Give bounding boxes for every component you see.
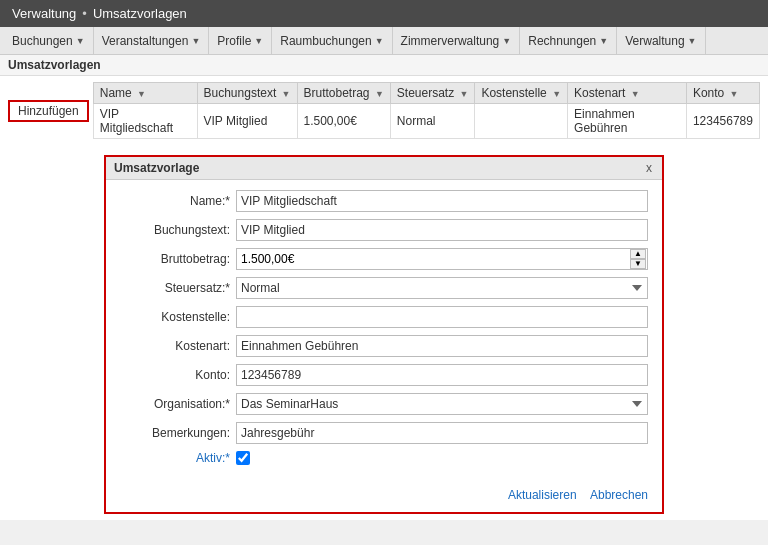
nav-veranstaltungen-label: Veranstaltungen bbox=[102, 34, 189, 48]
form-row-buchungstext: Buchungstext: bbox=[120, 219, 648, 241]
col-buchungstext: Buchungstext ▼ bbox=[197, 83, 297, 104]
modal-title-bar: Umsatzvorlage x bbox=[106, 157, 662, 180]
header-separator: • bbox=[82, 6, 87, 21]
label-buchungstext: Buchungstext: bbox=[120, 223, 230, 237]
sort-icon-buchungstext: ▼ bbox=[282, 89, 291, 99]
cell-buchungstext: VIP Mitglied bbox=[197, 104, 297, 139]
label-bemerkungen: Bemerkungen: bbox=[120, 426, 230, 440]
top-header: Verwaltung • Umsatzvorlagen bbox=[0, 0, 768, 27]
label-kostenart: Kostenart: bbox=[120, 339, 230, 353]
toolbar-strip: Umsatzvorlagen bbox=[0, 55, 768, 76]
modal-title: Umsatzvorlage bbox=[114, 161, 199, 175]
input-kostenstelle[interactable] bbox=[236, 306, 648, 328]
nav-verwaltung-label: Verwaltung bbox=[625, 34, 684, 48]
nav-zimmerverwaltung[interactable]: Zimmerverwaltung ▼ bbox=[393, 27, 521, 54]
nav-zimmerverwaltung-label: Zimmerverwaltung bbox=[401, 34, 500, 48]
section-label: Umsatzvorlagen bbox=[8, 58, 101, 72]
modal-body: Name:* Buchungstext: Bruttobetrag: ▲ bbox=[106, 180, 662, 482]
modal-footer: Aktualisieren Abbrechen bbox=[106, 482, 662, 512]
form-row-aktiv: Aktiv:* bbox=[120, 451, 648, 465]
col-konto: Konto ▼ bbox=[686, 83, 759, 104]
label-bruttobetrag: Bruttobetrag: bbox=[120, 252, 230, 266]
label-kostenstelle: Kostenstelle: bbox=[120, 310, 230, 324]
col-steuersatz: Steuersatz ▼ bbox=[390, 83, 475, 104]
cell-kostenart: Einnahmen Gebühren bbox=[568, 104, 687, 139]
modal-box: Umsatzvorlage x Name:* Buchungstext: Bru… bbox=[104, 155, 664, 514]
nav-raumbuchungen-label: Raumbuchungen bbox=[280, 34, 371, 48]
update-link[interactable]: Aktualisieren bbox=[508, 488, 577, 502]
nav-profile-label: Profile bbox=[217, 34, 251, 48]
cancel-link[interactable]: Abbrechen bbox=[590, 488, 648, 502]
select-steuersatz[interactable]: Normal Reduziert Keine bbox=[236, 277, 648, 299]
cell-konto: 123456789 bbox=[686, 104, 759, 139]
input-konto[interactable] bbox=[236, 364, 648, 386]
col-kostenart: Kostenart ▼ bbox=[568, 83, 687, 104]
spinner-bruttobetrag: ▲ ▼ bbox=[236, 248, 648, 270]
nav-veranstaltungen-caret: ▼ bbox=[191, 36, 200, 46]
sort-icon-steuersatz: ▼ bbox=[460, 89, 469, 99]
label-name: Name:* bbox=[120, 194, 230, 208]
nav-veranstaltungen[interactable]: Veranstaltungen ▼ bbox=[94, 27, 210, 54]
cell-steuersatz: Normal bbox=[390, 104, 475, 139]
col-name: Name ▼ bbox=[93, 83, 197, 104]
nav-bar: Buchungen ▼ Veranstaltungen ▼ Profile ▼ … bbox=[0, 27, 768, 55]
form-row-kostenstelle: Kostenstelle: bbox=[120, 306, 648, 328]
input-kostenart[interactable] bbox=[236, 335, 648, 357]
form-row-konto: Konto: bbox=[120, 364, 648, 386]
add-button[interactable]: Hinzufügen bbox=[8, 100, 89, 122]
sort-icon-bruttobetrag: ▼ bbox=[375, 89, 384, 99]
label-organisation: Organisation:* bbox=[120, 397, 230, 411]
nav-rechnungen-caret: ▼ bbox=[599, 36, 608, 46]
select-organisation[interactable]: Das SeminarHaus bbox=[236, 393, 648, 415]
modal-close-button[interactable]: x bbox=[644, 161, 654, 175]
header-title: Verwaltung bbox=[12, 6, 76, 21]
sort-icon-konto: ▼ bbox=[730, 89, 739, 99]
nav-rechnungen[interactable]: Rechnungen ▼ bbox=[520, 27, 617, 54]
checkbox-aktiv[interactable] bbox=[236, 451, 250, 465]
sort-icon-kostenart: ▼ bbox=[631, 89, 640, 99]
input-name[interactable] bbox=[236, 190, 648, 212]
form-row-bruttobetrag: Bruttobetrag: ▲ ▼ bbox=[120, 248, 648, 270]
label-konto: Konto: bbox=[120, 368, 230, 382]
main-table: Name ▼ Buchungstext ▼ Bruttobetrag ▼ Ste… bbox=[93, 82, 760, 139]
spinner-up[interactable]: ▲ bbox=[630, 249, 646, 259]
nav-zimmerverwaltung-caret: ▼ bbox=[502, 36, 511, 46]
label-aktiv: Aktiv:* bbox=[120, 451, 230, 465]
input-buchungstext[interactable] bbox=[236, 219, 648, 241]
modal-overlay: Umsatzvorlage x Name:* Buchungstext: Bru… bbox=[8, 155, 760, 514]
nav-profile-caret: ▼ bbox=[254, 36, 263, 46]
sort-icon-name: ▼ bbox=[137, 89, 146, 99]
header-subtitle: Umsatzvorlagen bbox=[93, 6, 187, 21]
sort-icon-kostenstelle: ▼ bbox=[552, 89, 561, 99]
form-row-kostenart: Kostenart: bbox=[120, 335, 648, 357]
nav-verwaltung[interactable]: Verwaltung ▼ bbox=[617, 27, 705, 54]
table-row[interactable]: VIP Mitgliedschaft VIP Mitglied 1.500,00… bbox=[93, 104, 759, 139]
nav-raumbuchungen-caret: ▼ bbox=[375, 36, 384, 46]
form-row-bemerkungen: Bemerkungen: bbox=[120, 422, 648, 444]
nav-buchungen[interactable]: Buchungen ▼ bbox=[4, 27, 94, 54]
cell-name: VIP Mitgliedschaft bbox=[93, 104, 197, 139]
input-bemerkungen[interactable] bbox=[236, 422, 648, 444]
nav-profile[interactable]: Profile ▼ bbox=[209, 27, 272, 54]
nav-buchungen-caret: ▼ bbox=[76, 36, 85, 46]
col-kostenstelle: Kostenstelle ▼ bbox=[475, 83, 568, 104]
label-steuersatz: Steuersatz:* bbox=[120, 281, 230, 295]
form-row-name: Name:* bbox=[120, 190, 648, 212]
input-bruttobetrag[interactable] bbox=[236, 248, 648, 270]
nav-buchungen-label: Buchungen bbox=[12, 34, 73, 48]
nav-verwaltung-caret: ▼ bbox=[688, 36, 697, 46]
form-row-organisation: Organisation:* Das SeminarHaus bbox=[120, 393, 648, 415]
content-area: Hinzufügen Name ▼ Buchungstext ▼ Bruttob… bbox=[0, 76, 768, 520]
spinner-down[interactable]: ▼ bbox=[630, 259, 646, 269]
cell-kostenstelle bbox=[475, 104, 568, 139]
col-bruttobetrag: Bruttobetrag ▼ bbox=[297, 83, 390, 104]
table-header-row: Hinzufügen Name ▼ Buchungstext ▼ Bruttob… bbox=[8, 82, 760, 139]
nav-raumbuchungen[interactable]: Raumbuchungen ▼ bbox=[272, 27, 392, 54]
nav-rechnungen-label: Rechnungen bbox=[528, 34, 596, 48]
form-row-steuersatz: Steuersatz:* Normal Reduziert Keine bbox=[120, 277, 648, 299]
spinner-arrows: ▲ ▼ bbox=[630, 249, 646, 269]
cell-bruttobetrag: 1.500,00€ bbox=[297, 104, 390, 139]
